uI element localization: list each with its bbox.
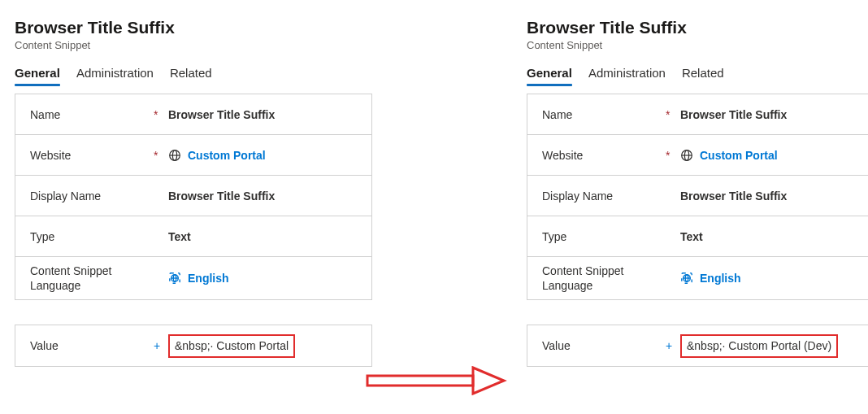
field-value-website[interactable]: Custom Portal bbox=[168, 149, 357, 162]
required-marker: * bbox=[154, 108, 168, 121]
website-link[interactable]: Custom Portal bbox=[188, 149, 266, 162]
field-value-language[interactable]: English bbox=[168, 272, 357, 285]
field-label-type: Type bbox=[30, 230, 154, 243]
field-language: Content Snippet Language English bbox=[15, 257, 371, 300]
page-title: Browser Title Suffix bbox=[15, 18, 372, 37]
field-value-website[interactable]: Custom Portal bbox=[680, 149, 868, 162]
field-label-name: Name bbox=[542, 108, 666, 121]
language-link[interactable]: English bbox=[700, 272, 741, 285]
language-icon bbox=[680, 272, 693, 285]
tab-related[interactable]: Related bbox=[682, 63, 724, 85]
field-value-type[interactable]: Text bbox=[168, 230, 357, 243]
page-title: Browser Title Suffix bbox=[527, 18, 868, 37]
field-value-name[interactable]: Browser Title Suffix bbox=[168, 108, 357, 121]
form-card: Name * Browser Title Suffix Website * Cu… bbox=[527, 94, 868, 300]
field-value-type[interactable]: Text bbox=[680, 230, 868, 243]
tab-general[interactable]: General bbox=[527, 63, 572, 85]
field-label-type: Type bbox=[542, 230, 666, 243]
globe-icon bbox=[680, 149, 693, 162]
value-highlight: &nbsp;· Custom Portal bbox=[168, 334, 295, 358]
field-label-website: Website bbox=[30, 149, 154, 162]
field-label-language: Content Snippet Language bbox=[542, 264, 666, 293]
required-marker: * bbox=[154, 149, 168, 162]
tab-strip: General Administration Related bbox=[15, 63, 372, 85]
field-value: Value + &nbsp;· Custom Portal bbox=[15, 325, 371, 366]
website-link[interactable]: Custom Portal bbox=[700, 149, 778, 162]
field-name: Name * Browser Title Suffix bbox=[15, 94, 371, 135]
field-website: Website * Custom Portal bbox=[15, 135, 371, 176]
entity-subtitle: Content Snippet bbox=[527, 39, 868, 51]
recommended-marker: + bbox=[154, 339, 168, 352]
required-marker: * bbox=[666, 108, 680, 121]
field-type: Type Text bbox=[527, 216, 868, 257]
field-label-display-name: Display Name bbox=[542, 190, 666, 203]
field-value-value[interactable]: &nbsp;· Custom Portal bbox=[168, 334, 357, 358]
field-label-language: Content Snippet Language bbox=[30, 264, 154, 293]
arrow-icon bbox=[366, 366, 508, 395]
required-marker: * bbox=[666, 149, 680, 162]
field-value-language[interactable]: English bbox=[680, 272, 868, 285]
tab-general[interactable]: General bbox=[15, 63, 60, 85]
field-value-display-name[interactable]: Browser Title Suffix bbox=[680, 190, 868, 203]
field-label-website: Website bbox=[542, 149, 666, 162]
field-value-display-name[interactable]: Browser Title Suffix bbox=[168, 190, 357, 203]
language-icon bbox=[168, 272, 181, 285]
field-value: Value + &nbsp;· Custom Portal (Dev) bbox=[527, 325, 868, 366]
value-section: Value + &nbsp;· Custom Portal (Dev) bbox=[527, 325, 868, 367]
tab-related[interactable]: Related bbox=[170, 63, 212, 85]
language-link[interactable]: English bbox=[188, 272, 229, 285]
record-panel-after: Browser Title Suffix Content Snippet Gen… bbox=[527, 18, 868, 367]
record-panel-before: Browser Title Suffix Content Snippet Gen… bbox=[15, 18, 372, 367]
recommended-marker: + bbox=[666, 339, 680, 352]
tab-administration[interactable]: Administration bbox=[76, 63, 154, 85]
field-language: Content Snippet Language English bbox=[527, 257, 868, 300]
field-type: Type Text bbox=[15, 216, 371, 257]
value-section: Value + &nbsp;· Custom Portal bbox=[15, 325, 372, 367]
globe-icon bbox=[168, 149, 181, 162]
field-display-name: Display Name Browser Title Suffix bbox=[527, 176, 868, 216]
field-value-value[interactable]: &nbsp;· Custom Portal (Dev) bbox=[680, 334, 868, 358]
entity-subtitle: Content Snippet bbox=[15, 39, 372, 51]
value-highlight: &nbsp;· Custom Portal (Dev) bbox=[680, 334, 838, 358]
svg-rect-14 bbox=[367, 376, 473, 386]
field-label-value: Value bbox=[30, 339, 154, 352]
tab-administration[interactable]: Administration bbox=[588, 63, 666, 85]
field-website: Website * Custom Portal bbox=[527, 135, 868, 176]
field-name: Name * Browser Title Suffix bbox=[527, 94, 868, 135]
tab-strip: General Administration Related bbox=[527, 63, 868, 85]
field-value-name[interactable]: Browser Title Suffix bbox=[680, 108, 868, 121]
form-card: Name * Browser Title Suffix Website * Cu… bbox=[15, 94, 372, 300]
field-label-value: Value bbox=[542, 339, 666, 352]
field-label-name: Name bbox=[30, 108, 154, 121]
field-label-display-name: Display Name bbox=[30, 190, 154, 203]
field-display-name: Display Name Browser Title Suffix bbox=[15, 176, 371, 216]
